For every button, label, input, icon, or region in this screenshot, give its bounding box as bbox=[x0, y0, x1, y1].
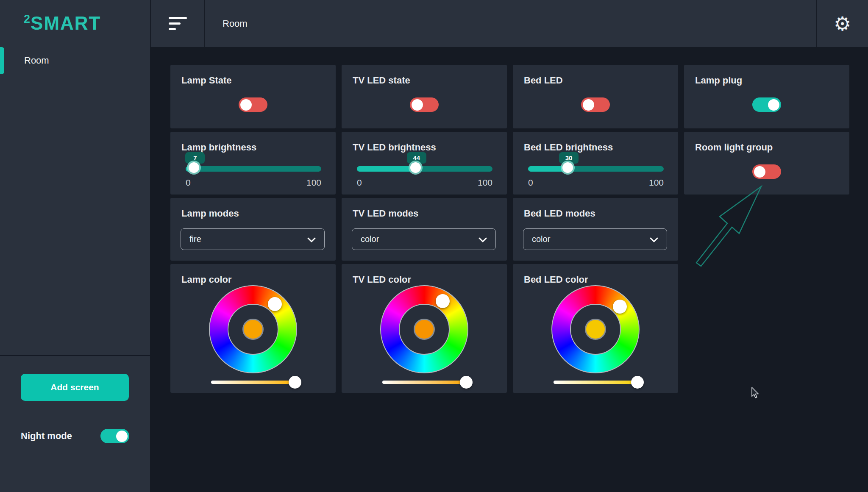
card-title: Room light group bbox=[695, 142, 773, 153]
logo-text: SMART bbox=[31, 13, 101, 33]
gear-icon: ⚙ bbox=[834, 14, 851, 33]
card-bed-led-modes: Bed LED modes color bbox=[513, 198, 678, 261]
toggle-knob bbox=[412, 99, 423, 111]
slider-thumb[interactable] bbox=[562, 162, 573, 173]
room-light-group-toggle[interactable] bbox=[752, 164, 781, 179]
white-level-knob[interactable] bbox=[460, 376, 473, 389]
toggle-knob bbox=[240, 99, 252, 111]
white-level-knob[interactable] bbox=[631, 376, 644, 389]
tv-led-mode-select[interactable]: color bbox=[352, 228, 496, 250]
color-wheel bbox=[551, 285, 640, 373]
white-level-track[interactable] bbox=[211, 381, 295, 384]
bed-led-mode-select[interactable]: color bbox=[523, 228, 667, 250]
white-level-track[interactable] bbox=[554, 381, 637, 384]
night-mode-toggle[interactable] bbox=[100, 429, 129, 443]
card-title: TV LED modes bbox=[353, 208, 418, 219]
topbar: Room ⚙ bbox=[150, 0, 868, 47]
toggle-knob bbox=[583, 99, 594, 111]
card-title: TV LED state bbox=[353, 75, 410, 86]
selected-mode: color bbox=[361, 234, 379, 244]
card-bed-led-brightness: Bed LED brightness 30 0 100 bbox=[513, 132, 678, 195]
widget-grid: Lamp State TV LED state Bed LED Lamp plu… bbox=[170, 65, 849, 396]
slider-min-label: 0 bbox=[528, 178, 533, 188]
card-title: TV LED color bbox=[353, 274, 411, 285]
sidebar: 2SMART Room Add screen Night mode bbox=[0, 0, 150, 492]
slider-value-badge: 30 bbox=[559, 152, 579, 164]
logo-superscript: 2 bbox=[24, 13, 31, 25]
add-screen-button[interactable]: Add screen bbox=[21, 374, 129, 401]
brightness-slider[interactable] bbox=[186, 166, 321, 172]
card-lamp-brightness: Lamp brightness 7 0 100 bbox=[170, 132, 336, 195]
toggle-knob bbox=[754, 166, 765, 178]
wheel-ring-knob[interactable] bbox=[613, 300, 627, 314]
card-tv-led-color: TV LED color bbox=[342, 264, 507, 393]
active-indicator bbox=[0, 47, 4, 74]
card-lamp-modes: Lamp modes fire bbox=[170, 198, 336, 261]
brightness-slider[interactable] bbox=[528, 166, 664, 172]
brightness-slider[interactable] bbox=[357, 166, 492, 172]
sidebar-divider bbox=[0, 355, 150, 356]
wheel-center-dot bbox=[585, 319, 606, 340]
slider-zone: 30 0 100 bbox=[528, 132, 664, 195]
wheel-center-dot bbox=[242, 319, 264, 340]
slider-fill bbox=[357, 166, 417, 172]
color-wheel bbox=[380, 285, 468, 373]
chevron-down-icon bbox=[307, 237, 316, 242]
slider-min-label: 0 bbox=[186, 178, 191, 188]
chevron-down-icon bbox=[650, 237, 658, 242]
card-tv-led-modes: TV LED modes color bbox=[342, 198, 507, 261]
card-lamp-state: Lamp State bbox=[170, 65, 336, 128]
hamburger-menu-button[interactable] bbox=[151, 0, 205, 47]
card-title: Lamp plug bbox=[695, 75, 742, 86]
slider-min-label: 0 bbox=[357, 178, 362, 188]
card-room-light-group: Room light group bbox=[684, 132, 849, 195]
card-tv-led-brightness: TV LED brightness 44 0 100 bbox=[342, 132, 507, 195]
tv-led-state-toggle[interactable] bbox=[410, 97, 439, 112]
smart-home-dashboard: { "brand": { "logo_sup": "2", "logo_text… bbox=[0, 0, 868, 492]
card-title: Lamp modes bbox=[181, 208, 239, 219]
white-level-knob[interactable] bbox=[289, 376, 301, 389]
slider-zone: 44 0 100 bbox=[357, 132, 492, 195]
slider-value-badge: 7 bbox=[185, 152, 205, 164]
white-level-track[interactable] bbox=[382, 381, 466, 384]
selected-mode: color bbox=[532, 234, 550, 244]
card-title: Lamp color bbox=[181, 274, 232, 285]
card-bed-led: Bed LED bbox=[513, 65, 678, 128]
lamp-state-toggle[interactable] bbox=[239, 97, 267, 112]
night-mode-label: Night mode bbox=[21, 431, 72, 442]
wheel-ring-knob[interactable] bbox=[436, 294, 450, 308]
card-bed-led-color: Bed LED color bbox=[513, 264, 678, 393]
card-lamp-color: Lamp color bbox=[170, 264, 336, 393]
slider-max-label: 100 bbox=[649, 178, 664, 188]
slider-zone: 7 0 100 bbox=[186, 132, 321, 195]
lamp-plug-toggle[interactable] bbox=[752, 97, 781, 112]
slider-max-label: 100 bbox=[306, 178, 321, 188]
settings-button[interactable]: ⚙ bbox=[816, 0, 868, 47]
lamp-mode-select[interactable]: fire bbox=[181, 228, 325, 250]
page-title: Room bbox=[205, 0, 816, 47]
app-logo: 2SMART bbox=[24, 13, 101, 34]
toggle-knob bbox=[116, 431, 128, 442]
selected-mode: fire bbox=[189, 234, 201, 244]
slider-max-label: 100 bbox=[478, 178, 492, 188]
hamburger-icon bbox=[169, 17, 187, 19]
sidebar-item-label: Room bbox=[0, 55, 49, 66]
color-wheel bbox=[209, 285, 297, 373]
slider-thumb[interactable] bbox=[189, 162, 199, 173]
card-lamp-plug: Lamp plug bbox=[684, 65, 849, 128]
card-tv-led-state: TV LED state bbox=[342, 65, 507, 128]
hamburger-icon bbox=[169, 28, 176, 30]
card-title: Bed LED modes bbox=[524, 208, 595, 219]
wheel-center-dot bbox=[414, 319, 435, 340]
chevron-down-icon bbox=[479, 237, 487, 242]
wheel-ring-knob[interactable] bbox=[268, 297, 282, 311]
hamburger-icon bbox=[169, 22, 181, 25]
night-mode-row: Night mode bbox=[21, 428, 129, 444]
card-title: Lamp State bbox=[181, 75, 232, 86]
bed-led-toggle[interactable] bbox=[581, 97, 610, 112]
slider-value-badge: 44 bbox=[407, 152, 426, 164]
sidebar-item-room[interactable]: Room bbox=[0, 47, 150, 74]
card-title: Bed LED color bbox=[524, 274, 588, 285]
slider-thumb[interactable] bbox=[410, 162, 421, 173]
toggle-knob bbox=[768, 99, 779, 111]
